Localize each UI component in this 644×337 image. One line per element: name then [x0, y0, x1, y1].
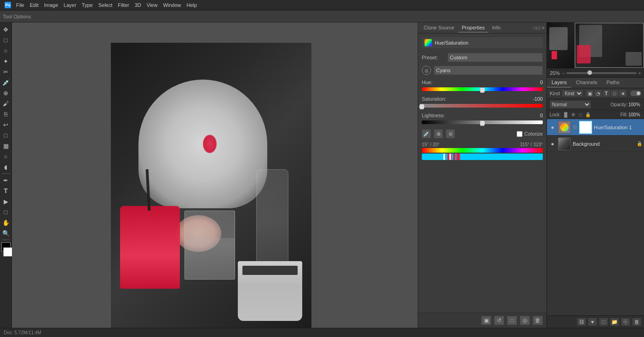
filter-kind-select[interactable]: Kind: [562, 90, 583, 97]
menu-filter[interactable]: Filter: [115, 2, 131, 8]
tab-info[interactable]: Info: [489, 23, 504, 33]
tool-text[interactable]: T: [1, 186, 11, 196]
zoom-decrease-btn[interactable]: −: [562, 70, 564, 76]
layer-visibility-hue-saturation[interactable]: ●: [549, 124, 556, 131]
menu-edit[interactable]: Edit: [28, 2, 41, 8]
filter-shape-icon[interactable]: □: [611, 90, 618, 97]
panel-collapse-icon[interactable]: ◁◁: [533, 25, 540, 31]
target-channel-icon[interactable]: ◎: [422, 66, 431, 75]
tab-channels[interactable]: Channels: [571, 78, 602, 88]
tool-gradient[interactable]: ▦: [1, 141, 11, 151]
lock-position-icon[interactable]: ✥: [570, 111, 576, 118]
tool-eyedropper[interactable]: 💉: [1, 77, 11, 87]
range-marker-4[interactable]: [457, 154, 459, 160]
add-effect-btn[interactable]: ♥: [588, 318, 597, 326]
delete-layer-btn[interactable]: 🗑: [632, 318, 641, 326]
range-marker-2[interactable]: [449, 154, 451, 160]
tool-marquee[interactable]: □: [1, 35, 11, 45]
blend-mode-select[interactable]: Normal Multiply Screen: [550, 100, 591, 109]
hue-thumb[interactable]: [480, 87, 485, 93]
tab-clone-source[interactable]: Clone Source: [420, 23, 458, 33]
tool-eraser[interactable]: □: [1, 130, 11, 140]
filter-type-icon[interactable]: T: [603, 90, 610, 97]
tool-history-brush[interactable]: ↩: [1, 120, 11, 130]
tool-pen[interactable]: ✒: [1, 175, 11, 185]
tool-clone[interactable]: ⎘: [1, 109, 11, 119]
menu-file[interactable]: File: [14, 2, 27, 8]
tool-lasso[interactable]: ○: [1, 46, 11, 56]
layer-item-hue-saturation[interactable]: ● ⛓ Hue/Saturation 1: [547, 119, 644, 136]
menu-3d[interactable]: 3D: [132, 2, 144, 8]
tool-quick-select[interactable]: ✦: [1, 56, 11, 66]
filter-pixel-icon[interactable]: ▣: [586, 90, 593, 97]
add-mask-btn[interactable]: □: [599, 318, 608, 326]
new-effect-btn[interactable]: ▣: [481, 316, 491, 325]
tool-move[interactable]: ✥: [1, 24, 11, 34]
filter-smart-icon[interactable]: ★: [619, 90, 627, 97]
colorize-checkbox[interactable]: [517, 131, 523, 137]
menu-view[interactable]: View: [144, 2, 160, 8]
menu-select[interactable]: Select: [96, 2, 115, 8]
eyedropper-subtract-btn[interactable]: ⊖: [446, 129, 455, 138]
new-group-btn[interactable]: 📁: [610, 318, 619, 326]
tab-properties[interactable]: Properties: [458, 23, 489, 33]
lightness-slider-track-wrap[interactable]: [422, 119, 543, 126]
tool-dodge[interactable]: ◖: [1, 162, 11, 172]
range-marker-1[interactable]: [443, 154, 445, 160]
preset-row: Preset: Custom Default: [422, 53, 543, 62]
layer-item-background[interactable]: ● Background 🔒: [547, 136, 644, 152]
tool-shape[interactable]: □: [1, 207, 11, 217]
canvas-image[interactable]: [111, 43, 311, 328]
tool-hand[interactable]: ✋: [1, 217, 11, 228]
status-info: Doc: 5.72M/11.4M: [4, 330, 41, 335]
saturation-slider-row: Saturation: -100: [422, 96, 543, 109]
channel-select[interactable]: Cyans Master Reds Yellows Greens Blues M…: [434, 66, 543, 75]
tab-layers[interactable]: Layers: [547, 78, 571, 88]
color-range-bar[interactable]: [422, 154, 543, 160]
new-layer-btn[interactable]: ➕: [621, 318, 630, 326]
tool-zoom[interactable]: 🔍: [1, 228, 11, 238]
saturation-label: Saturation:: [422, 96, 446, 102]
lightness-slider-row: Lightness: 0: [422, 113, 543, 126]
layer-thumb-hue-saturation: [558, 121, 571, 134]
lock-artboards-icon[interactable]: □: [577, 111, 584, 118]
tool-path-select[interactable]: ▶: [1, 196, 11, 206]
lightness-thumb[interactable]: [480, 120, 485, 126]
filter-toggle[interactable]: [630, 91, 641, 96]
range-marker-3[interactable]: [453, 154, 455, 160]
panel-tab-bar: Clone Source Properties Info ◁◁ ≡: [418, 23, 546, 34]
eyedropper-sample-btn[interactable]: 💉: [422, 129, 431, 138]
menu-window[interactable]: Window: [161, 2, 183, 8]
layer-visibility-background[interactable]: ●: [549, 140, 556, 148]
menu-layer[interactable]: Layer: [61, 2, 79, 8]
lock-pixels-icon[interactable]: █: [563, 111, 569, 118]
clip-btn[interactable]: □: [507, 316, 517, 325]
link-layers-btn[interactable]: ⛓: [577, 318, 586, 326]
background-color-swatch[interactable]: [3, 247, 12, 257]
zoom-slider-thumb[interactable]: [587, 70, 592, 75]
zoom-increase-btn[interactable]: +: [638, 70, 641, 76]
tool-crop[interactable]: ✂: [1, 67, 11, 77]
panel-menu-icon[interactable]: ≡: [542, 25, 545, 31]
saturation-thumb[interactable]: [419, 104, 425, 109]
tool-blur[interactable]: ○: [1, 151, 11, 161]
visibility-btn[interactable]: ◎: [520, 316, 530, 325]
hue-slider-track-wrap[interactable]: [422, 86, 543, 92]
filter-adjust-icon[interactable]: ◔: [594, 90, 602, 97]
fill-value: 100%: [628, 112, 641, 117]
delete-btn[interactable]: 🗑: [533, 316, 543, 325]
fill-group: Fill: 100%: [620, 112, 641, 117]
preset-select[interactable]: Custom Default: [448, 53, 543, 62]
tool-brush[interactable]: 🖌: [1, 98, 11, 109]
lock-all-icon[interactable]: 🔒: [585, 111, 591, 118]
reset-btn[interactable]: ↺: [494, 316, 504, 325]
tab-paths[interactable]: Paths: [602, 78, 624, 88]
menu-type[interactable]: Type: [80, 2, 95, 8]
saturation-slider-track-wrap[interactable]: [422, 103, 543, 109]
tool-heal[interactable]: ⊕: [1, 88, 11, 98]
eyedropper-add-btn[interactable]: ⊕: [434, 129, 443, 138]
menu-help[interactable]: Help: [184, 2, 200, 8]
zoom-slider[interactable]: [566, 72, 636, 74]
preset-label: Preset:: [422, 55, 445, 60]
menu-image[interactable]: Image: [42, 2, 61, 8]
